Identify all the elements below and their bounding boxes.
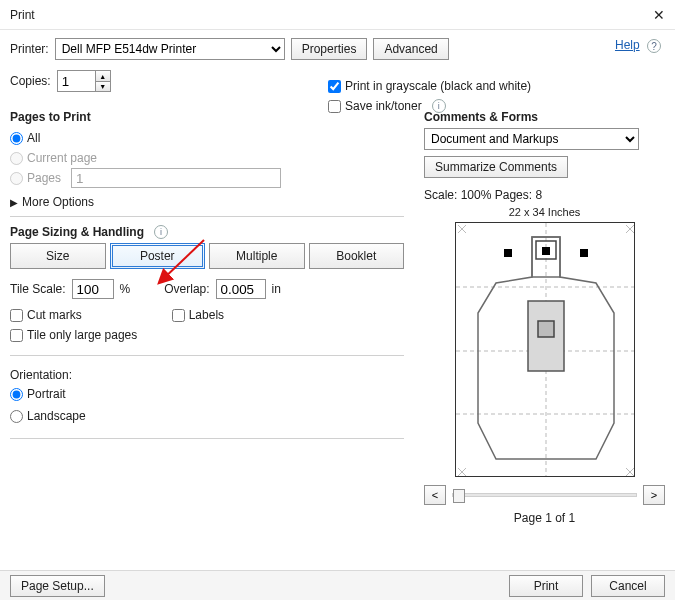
close-icon[interactable]: ✕ xyxy=(653,7,665,23)
overlap-unit: in xyxy=(272,282,281,296)
tileonly-label: Tile only large pages xyxy=(27,328,137,342)
orientation-title: Orientation: xyxy=(10,368,404,382)
svg-rect-16 xyxy=(538,321,554,337)
comments-select[interactable]: Document and Markups xyxy=(424,128,639,150)
size-button[interactable]: Size xyxy=(10,243,106,269)
page-slider[interactable] xyxy=(452,493,637,497)
sizing-title: Page Sizing & Handling xyxy=(10,225,144,239)
help-link-wrap: Help ? xyxy=(615,38,661,53)
printer-select[interactable]: Dell MFP E514dw Printer xyxy=(55,38,285,60)
saveink-checkbox[interactable] xyxy=(328,100,341,113)
copies-stepper[interactable]: ▲ ▼ xyxy=(57,70,111,92)
advanced-button[interactable]: Advanced xyxy=(373,38,448,60)
copies-label: Copies: xyxy=(10,74,51,88)
copies-down-icon[interactable]: ▼ xyxy=(95,81,111,92)
overlap-label: Overlap: xyxy=(164,282,209,296)
radio-pages xyxy=(10,172,23,185)
grayscale-checkbox[interactable] xyxy=(328,80,341,93)
help-icon: ? xyxy=(647,39,661,53)
tile-scale-label: Tile Scale: xyxy=(10,282,66,296)
print-button[interactable]: Print xyxy=(509,575,583,597)
svg-rect-18 xyxy=(542,247,550,255)
radio-portrait[interactable] xyxy=(10,388,23,401)
more-options-toggle[interactable]: ▶ More Options xyxy=(10,192,404,212)
scale-text: Scale: 100% Pages: 8 xyxy=(424,188,665,202)
info-icon: i xyxy=(432,99,446,113)
page-indicator: Page 1 of 1 xyxy=(424,511,665,525)
printer-label: Printer: xyxy=(10,42,49,56)
triangle-right-icon: ▶ xyxy=(10,197,18,208)
saveink-label: Save ink/toner xyxy=(345,99,422,113)
radio-portrait-label: Portrait xyxy=(27,387,66,401)
print-preview xyxy=(455,222,635,477)
sizing-info-icon: i xyxy=(154,225,168,239)
more-options-label: More Options xyxy=(22,195,94,209)
tile-scale-unit: % xyxy=(120,282,131,296)
radio-all-label: All xyxy=(27,131,40,145)
radio-landscape-label: Landscape xyxy=(27,409,86,423)
overlap-input[interactable] xyxy=(216,279,266,299)
slider-thumb[interactable] xyxy=(453,489,465,503)
next-page-button[interactable]: > xyxy=(643,485,665,505)
radio-pages-label: Pages xyxy=(27,171,61,185)
summarize-button[interactable]: Summarize Comments xyxy=(424,156,568,178)
tile-scale-input[interactable] xyxy=(72,279,114,299)
cutmarks-label: Cut marks xyxy=(27,308,82,322)
help-link[interactable]: Help xyxy=(615,38,640,52)
properties-button[interactable]: Properties xyxy=(291,38,368,60)
prev-page-button[interactable]: < xyxy=(424,485,446,505)
window-title: Print xyxy=(10,8,35,22)
page-setup-button[interactable]: Page Setup... xyxy=(10,575,105,597)
booklet-button[interactable]: Booklet xyxy=(309,243,405,269)
labels-label: Labels xyxy=(189,308,224,322)
radio-landscape[interactable] xyxy=(10,410,23,423)
labels-checkbox[interactable] xyxy=(172,309,185,322)
radio-all[interactable] xyxy=(10,132,23,145)
tileonly-checkbox[interactable] xyxy=(10,329,23,342)
multiple-button[interactable]: Multiple xyxy=(209,243,305,269)
svg-rect-17 xyxy=(504,249,512,257)
svg-rect-19 xyxy=(580,249,588,257)
copies-up-icon[interactable]: ▲ xyxy=(95,70,111,81)
poster-button[interactable]: Poster xyxy=(110,243,206,269)
copies-input[interactable] xyxy=(57,70,95,92)
grayscale-label: Print in grayscale (black and white) xyxy=(345,79,531,93)
cutmarks-checkbox[interactable] xyxy=(10,309,23,322)
pages-input xyxy=(71,168,281,188)
preview-dimensions: 22 x 34 Inches xyxy=(424,206,665,218)
cancel-button[interactable]: Cancel xyxy=(591,575,665,597)
radio-current xyxy=(10,152,23,165)
radio-current-label: Current page xyxy=(27,151,97,165)
